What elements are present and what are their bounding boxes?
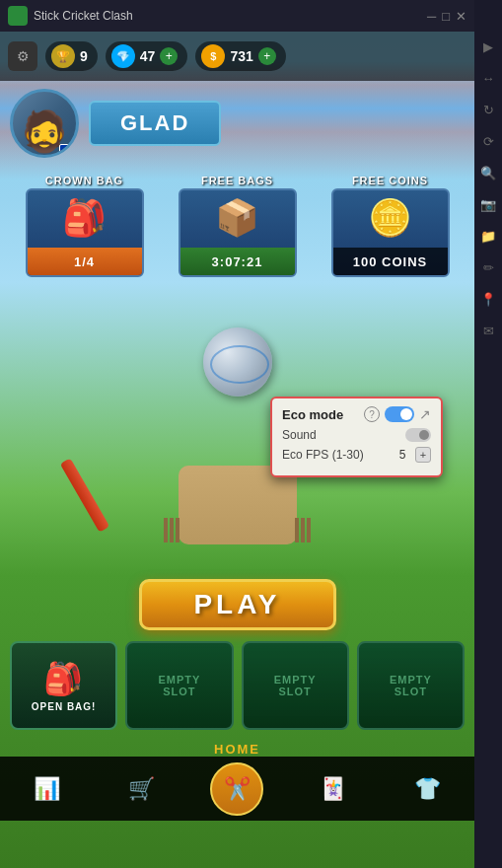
title-bar: Stick Cricket Clash ─ □ ✕ xyxy=(0,0,474,32)
gem-icon: 💎 xyxy=(111,44,135,68)
bottom-nav: 📊 🛒 ✂️ 🃏 👕 xyxy=(0,757,474,821)
free-coins-image: 🪙 xyxy=(333,190,448,246)
cricket-pitch xyxy=(179,466,297,544)
inventory-slot-1[interactable]: EMPTY SLOT xyxy=(125,641,233,730)
shirt-icon: 👕 xyxy=(414,776,441,802)
eco-title: Eco mode xyxy=(282,407,343,422)
eco-mode-toggle[interactable] xyxy=(385,406,414,422)
inventory-slot-2[interactable]: EMPTY SLOT xyxy=(242,641,349,730)
open-bag-label: OPEN BAG! xyxy=(32,701,97,712)
eco-mode-popup: Eco mode ? ↗ Sound Eco FPS (1-30) 5 + xyxy=(270,397,443,477)
right-sidebar: ▶ ↔ ↻ ⟳ 🔍 📷 📁 ✏ 📍 ✉ xyxy=(474,0,502,868)
free-coins-footer: 100 COINS xyxy=(333,248,448,275)
eco-fps-control: 5 + xyxy=(394,447,431,463)
eco-sound-label: Sound xyxy=(282,428,317,442)
top-bar: ⚙ 🏆 9 💎 47 + $ 731 + xyxy=(0,32,474,81)
free-bags-image: 📦 xyxy=(180,190,295,246)
home-icon: ✂️ xyxy=(224,776,251,802)
shop-icon: 🛒 xyxy=(128,776,155,802)
player-section: 🧔 GLAD xyxy=(10,89,221,158)
right-wickets xyxy=(294,518,312,546)
player-flag xyxy=(59,144,79,158)
add-coins-button[interactable]: + xyxy=(258,47,276,65)
app-title: Stick Cricket Clash xyxy=(34,9,427,23)
free-bags-item: FREE BAGS 📦 3:07:21 xyxy=(179,175,297,277)
crown-bag-box[interactable]: 🎒 1/4 xyxy=(26,188,144,277)
cricket-bat xyxy=(60,458,109,532)
game-area: ⚙ 🏆 9 💎 47 + $ 731 + 🧔 GLAD CROWN BAG 🎒 xyxy=(0,32,474,868)
free-coins-label: FREE COINS xyxy=(352,175,428,186)
player-name-button[interactable]: GLAD xyxy=(89,101,221,146)
free-coins-box[interactable]: 🪙 100 COINS xyxy=(331,188,450,277)
gem-group: 💎 47 + xyxy=(106,41,188,71)
free-bags-footer: 3:07:21 xyxy=(180,248,295,275)
slot-1-label: EMPTY SLOT xyxy=(158,674,200,697)
sidebar-icon-2[interactable]: ↔ xyxy=(479,71,497,89)
stats-icon: 📊 xyxy=(34,776,60,802)
eco-fps-increment[interactable]: + xyxy=(415,447,431,463)
bag-emoji: 🎒 xyxy=(43,660,84,697)
free-bags-label: FREE BAGS xyxy=(201,175,273,186)
sidebar-icon-8[interactable]: ✏ xyxy=(479,260,497,278)
coin-count: 731 xyxy=(230,48,252,64)
window-controls: ─ □ ✕ xyxy=(427,9,466,24)
add-gems-button[interactable]: + xyxy=(160,47,178,65)
eco-fps-label: Eco FPS (1-30) xyxy=(282,448,364,462)
sidebar-icon-7[interactable]: 📁 xyxy=(479,229,497,247)
close-icon[interactable]: ✕ xyxy=(456,9,466,24)
slot-3-label: EMPTY SLOT xyxy=(390,674,432,697)
settings-button[interactable]: ⚙ xyxy=(8,41,37,71)
crown-bag-label: CROWN BAG xyxy=(45,175,123,186)
home-label: HOME xyxy=(214,742,260,757)
eco-sound-toggle[interactable] xyxy=(405,428,431,442)
trophy-icon: 🏆 xyxy=(51,44,75,68)
nav-cards[interactable]: 🃏 xyxy=(309,764,358,814)
trophy-group: 🏆 9 xyxy=(45,41,98,71)
sidebar-icon-5[interactable]: 🔍 xyxy=(479,166,497,183)
nav-home[interactable]: ✂️ xyxy=(210,762,263,816)
slot-0-inner: 🎒 OPEN BAG! xyxy=(32,660,97,712)
bags-section: CROWN BAG 🎒 1/4 FREE BAGS 📦 3:07:21 FREE… xyxy=(0,175,474,277)
eco-fps-row: Eco FPS (1-30) 5 + xyxy=(282,447,431,463)
cricket-ball xyxy=(203,327,272,397)
maximize-icon[interactable]: □ xyxy=(442,9,450,24)
eco-help-button[interactable]: ? xyxy=(364,406,380,422)
left-wickets xyxy=(163,518,180,546)
slot-2-label: EMPTY SLOT xyxy=(274,674,317,697)
sidebar-icon-3[interactable]: ↻ xyxy=(479,103,497,120)
player-avatar[interactable]: 🧔 xyxy=(10,89,79,158)
gem-count: 47 xyxy=(140,48,156,64)
eco-header-right: ? ↗ xyxy=(364,406,431,422)
inventory-slot-0[interactable]: 🎒 OPEN BAG! xyxy=(10,641,117,730)
cards-icon: 🃏 xyxy=(320,776,346,802)
sidebar-icon-10[interactable]: ✉ xyxy=(479,324,497,341)
crown-bag-footer: 1/4 xyxy=(28,248,142,275)
sidebar-icon-4[interactable]: ⟳ xyxy=(479,134,497,152)
app-icon xyxy=(8,6,28,26)
free-bags-box[interactable]: 📦 3:07:21 xyxy=(179,188,297,277)
coin-group: $ 731 + xyxy=(195,41,285,71)
nav-stats[interactable]: 📊 xyxy=(23,764,72,814)
free-coins-item: FREE COINS 🪙 100 COINS xyxy=(331,175,450,277)
trophy-count: 9 xyxy=(80,48,88,64)
sidebar-icon-6[interactable]: 📷 xyxy=(479,197,497,215)
sidebar-icon-9[interactable]: 📍 xyxy=(479,292,497,310)
crown-bag-item: CROWN BAG 🎒 1/4 xyxy=(26,175,144,277)
crown-bag-image: 🎒 xyxy=(28,190,142,246)
eco-close-button[interactable]: ↗ xyxy=(419,406,431,422)
minimize-icon[interactable]: ─ xyxy=(427,9,436,24)
nav-shirt[interactable]: 👕 xyxy=(402,764,452,814)
sidebar-icon-1[interactable]: ▶ xyxy=(479,39,497,57)
eco-sound-row: Sound xyxy=(282,428,431,442)
eco-fps-value: 5 xyxy=(394,448,411,462)
inventory-bar: 🎒 OPEN BAG! EMPTY SLOT EMPTY SLOT EMPTY … xyxy=(0,641,474,730)
play-button[interactable]: PLAY xyxy=(139,579,336,630)
eco-header: Eco mode ? ↗ xyxy=(282,406,431,422)
coin-icon: $ xyxy=(201,44,225,68)
inventory-slot-3[interactable]: EMPTY SLOT xyxy=(357,641,465,730)
nav-shop[interactable]: 🛒 xyxy=(116,764,166,814)
